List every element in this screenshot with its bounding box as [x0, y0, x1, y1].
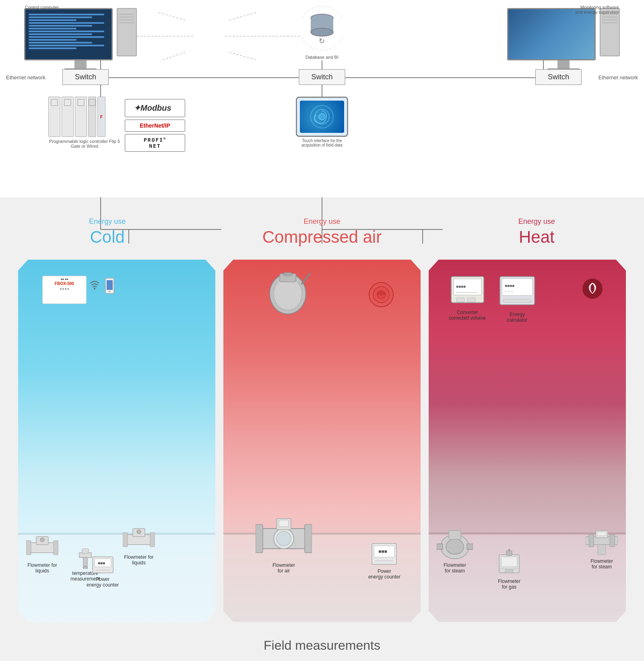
power-counter-cold-label: Powerenergy counter [87, 576, 119, 588]
svg-rect-94 [610, 535, 615, 547]
wifi-icon [89, 279, 101, 293]
flowmeter-steam-right: Flowmeterfor steam [586, 529, 618, 570]
switch-right-label: Switch [548, 73, 569, 81]
svg-point-28 [94, 288, 95, 289]
fbox-box: ■■ ■■ FBOX-500 ■ ■ ■ ■ [42, 276, 87, 304]
svg-rect-74 [467, 298, 475, 302]
svg-rect-90 [506, 551, 512, 556]
svg-point-51 [274, 278, 302, 310]
svg-point-62 [277, 531, 291, 546]
flowmeter-steam-left-label: Flowmeterfor steam [437, 562, 473, 574]
plc-module-4 [88, 97, 96, 137]
fbox-device-area: ■■ ■■ FBOX-500 ■ ■ ■ ■ [42, 276, 87, 304]
cold-panel-content: ■■ ■■ FBOX-500 ■ ■ ■ ■ [18, 260, 215, 622]
svg-text:■■■■: ■■■■ [456, 284, 466, 289]
hex-panel-cold: ■■ ■■ FBOX-500 ■ ■ ■ ■ [18, 260, 215, 622]
svg-text:↻: ↻ [319, 37, 325, 45]
svg-rect-53 [284, 273, 292, 276]
plc-module-2 [62, 97, 74, 137]
switch-center: Switch [299, 69, 345, 85]
modbus-badge: ✦Modbus [125, 99, 185, 117]
plc-logo: F [97, 97, 105, 137]
svg-line-4 [161, 52, 185, 60]
svg-text:○ ○ ○: ○ ○ ○ [505, 289, 513, 293]
energy-headers: Energy use Cold Energy use Compressed ai… [0, 217, 644, 247]
svg-rect-47 [150, 533, 155, 547]
svg-rect-73 [456, 298, 464, 302]
svg-text:■■■: ■■■ [98, 561, 105, 565]
energy-label-heat: Energy use [440, 217, 633, 226]
database-icon: ↻ [302, 4, 342, 52]
profinet-badge: PROFI®NET [125, 134, 185, 152]
energy-header-compressed: Energy use Compressed air [225, 217, 419, 247]
svg-text:✦Modbus: ✦Modbus [134, 103, 171, 112]
energy-title-heat: Heat [440, 227, 633, 247]
panel-inner [300, 101, 344, 133]
svg-line-5 [229, 52, 258, 60]
svg-point-82 [446, 539, 464, 554]
energy-calculator-label: Energycalculator [499, 312, 535, 323]
hex-panel-compressed: Flowmeterfor air ■■■ Powerenergy counter [223, 260, 421, 622]
panel-frame [296, 97, 348, 137]
flowmeter-air: Flowmeterfor air [256, 516, 312, 574]
hex-panel-heat: ■■■■ —————— Convertercorrected volume ■■… [429, 260, 626, 622]
compressed-panel-content: Flowmeterfor air ■■■ Powerenergy counter [223, 260, 421, 622]
svg-rect-33 [26, 541, 31, 555]
switch-left-label: Switch [75, 73, 96, 81]
svg-point-36 [40, 538, 44, 542]
energy-header-heat: Energy use Heat [440, 217, 633, 247]
touch-panel-label: Touch interface for the acquisition of f… [296, 138, 348, 147]
right-computer-case [600, 8, 620, 56]
plc-module-1 [48, 97, 60, 137]
flowmeter-gas: Flowmeterfor gas [495, 549, 523, 590]
svg-rect-59 [256, 525, 263, 553]
svg-rect-84 [467, 544, 473, 549]
svg-rect-46 [123, 533, 128, 547]
flowmeter-liquids-right-label: Flowmeter forliquids [123, 554, 155, 566]
ethernet-label-right: Ethernet network [599, 74, 638, 81]
gas-flame-icon [582, 278, 604, 302]
power-counter-compressed: ■■■ Powerenergy counter [368, 543, 400, 580]
right-computer [507, 8, 620, 72]
svg-text:——————: —————— [456, 290, 478, 294]
bottom-section: Energy use Cold Energy use Compressed ai… [0, 197, 644, 661]
svg-rect-87 [501, 557, 517, 567]
svg-rect-34 [54, 541, 58, 555]
flowmeter-air-label: Flowmeterfor air [256, 562, 312, 574]
switch-right: Switch [535, 69, 582, 85]
svg-rect-60 [305, 525, 312, 553]
switch-left: Switch [62, 69, 109, 85]
right-monitor-screen [507, 8, 596, 60]
right-computer-label: Monitoring softwareand energy supervisor [555, 5, 619, 14]
svg-rect-96 [597, 532, 606, 536]
cloud-database: ↻ Database and BI [302, 4, 342, 60]
network-diagram: Control computer Monitoring softwareand … [0, 0, 644, 197]
left-monitor-screen [24, 8, 113, 60]
left-computer-case [117, 8, 137, 56]
energy-calculator-device: ■■■■ ○ ○ ○ Energycalculator [499, 276, 535, 323]
svg-rect-64 [279, 520, 289, 527]
svg-point-20 [319, 114, 325, 120]
heat-panel-content: ■■■■ —————— Convertercorrected volume ■■… [429, 260, 626, 622]
hex-panels-container: ■■ ■■ FBOX-500 ■ ■ ■ ■ [0, 260, 644, 622]
svg-rect-79 [503, 299, 531, 302]
energy-title-cold: Cold [11, 227, 204, 247]
svg-line-3 [229, 12, 258, 20]
converter-device: ■■■■ —————— Convertercorrected volume [449, 276, 486, 321]
energy-label-compressed: Energy use [225, 217, 419, 226]
svg-rect-97 [598, 545, 606, 555]
svg-rect-30 [107, 280, 113, 290]
touch-panel: Touch interface for the acquisition of f… [296, 97, 348, 147]
flowmeter-steam-left: Flowmeterfor steam [437, 529, 473, 574]
left-computer [24, 8, 137, 72]
flowmeter-steam-right-label: Flowmeterfor steam [586, 558, 618, 570]
flowmeter-liquids-right: Flowmeter forliquids [123, 527, 155, 566]
flowmeter-liquids-left-label: Flowmeter forliquids [26, 562, 58, 574]
svg-rect-89 [505, 570, 513, 573]
power-counter-compressed-label: Powerenergy counter [368, 568, 400, 580]
svg-line-2 [157, 12, 185, 20]
svg-rect-85 [449, 531, 461, 539]
compressor-device [264, 272, 312, 318]
plc-area: F Programmable logic controller Flip 5 G… [48, 97, 121, 149]
power-counter-cold: ■■■ Powerenergy counter [87, 555, 119, 588]
